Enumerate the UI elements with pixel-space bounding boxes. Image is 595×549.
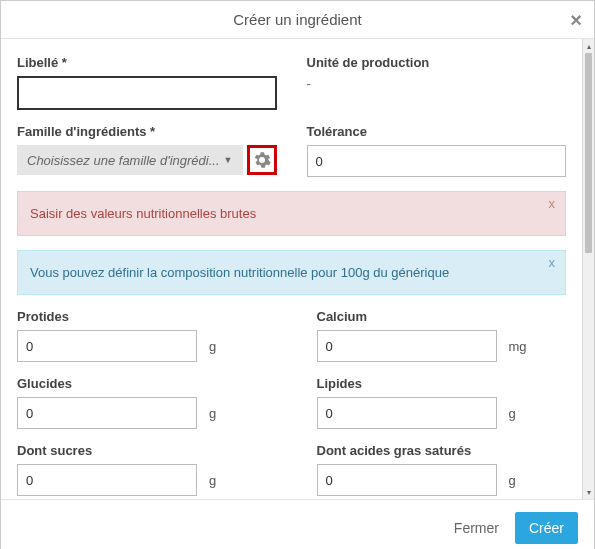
alert-danger: Saisir des valeurs nutritionnelles brute… — [17, 191, 566, 236]
create-ingredient-modal: Créer un ingrédient × Libellé * Unité de… — [0, 0, 595, 549]
famille-dropdown[interactable]: Choisissez une famille d'ingrédi... ▼ — [17, 145, 243, 175]
unite-label: Unité de production — [307, 55, 567, 70]
scroll-track[interactable] — [583, 53, 594, 485]
satures-input[interactable] — [317, 464, 497, 496]
calcium-label: Calcium — [317, 309, 567, 324]
sucres-unit: g — [209, 473, 216, 488]
libelle-input[interactable] — [17, 76, 277, 110]
glucides-unit: g — [209, 406, 216, 421]
lipides-label: Lipides — [317, 376, 567, 391]
scroll-down-icon[interactable]: ▾ — [583, 485, 594, 499]
sucres-label: Dont sucres — [17, 443, 267, 458]
lipides-input[interactable] — [317, 397, 497, 429]
modal-title: Créer un ingrédient — [233, 11, 361, 28]
create-button[interactable]: Créer — [515, 512, 578, 544]
close-button[interactable]: Fermer — [454, 520, 499, 536]
alert-info: Vous pouvez définir la composition nutri… — [17, 250, 566, 295]
protides-unit: g — [209, 339, 216, 354]
scroll-thumb[interactable] — [585, 53, 592, 253]
modal-footer: Fermer Créer — [1, 499, 594, 549]
alert-info-text: Vous pouvez définir la composition nutri… — [30, 265, 449, 280]
scroll-up-icon[interactable]: ▴ — [583, 39, 594, 53]
alert-danger-close[interactable]: x — [549, 196, 556, 211]
famille-label: Famille d'ingrédients * — [17, 124, 277, 139]
famille-placeholder: Choisissez une famille d'ingrédi... — [27, 153, 220, 168]
sucres-input[interactable] — [17, 464, 197, 496]
chevron-down-icon: ▼ — [224, 155, 233, 165]
lipides-unit: g — [509, 406, 516, 421]
tolerance-input[interactable] — [307, 145, 567, 177]
glucides-label: Glucides — [17, 376, 267, 391]
glucides-input[interactable] — [17, 397, 197, 429]
tolerance-label: Tolérance — [307, 124, 567, 139]
calcium-input[interactable] — [317, 330, 497, 362]
libelle-label: Libellé * — [17, 55, 277, 70]
satures-unit: g — [509, 473, 516, 488]
unite-value: - — [307, 76, 567, 91]
alert-danger-text: Saisir des valeurs nutritionnelles brute… — [30, 206, 256, 221]
protides-label: Protides — [17, 309, 267, 324]
alert-info-close[interactable]: x — [549, 255, 556, 270]
protides-input[interactable] — [17, 330, 197, 362]
modal-header: Créer un ingrédient × — [1, 1, 594, 39]
satures-label: Dont acides gras saturés — [317, 443, 567, 458]
close-icon[interactable]: × — [570, 9, 582, 32]
famille-settings-button[interactable] — [247, 145, 277, 175]
calcium-unit: mg — [509, 339, 527, 354]
gear-icon — [253, 151, 271, 169]
vertical-scrollbar[interactable]: ▴ ▾ — [582, 39, 594, 499]
modal-body: Libellé * Unité de production - Famille … — [1, 39, 582, 499]
